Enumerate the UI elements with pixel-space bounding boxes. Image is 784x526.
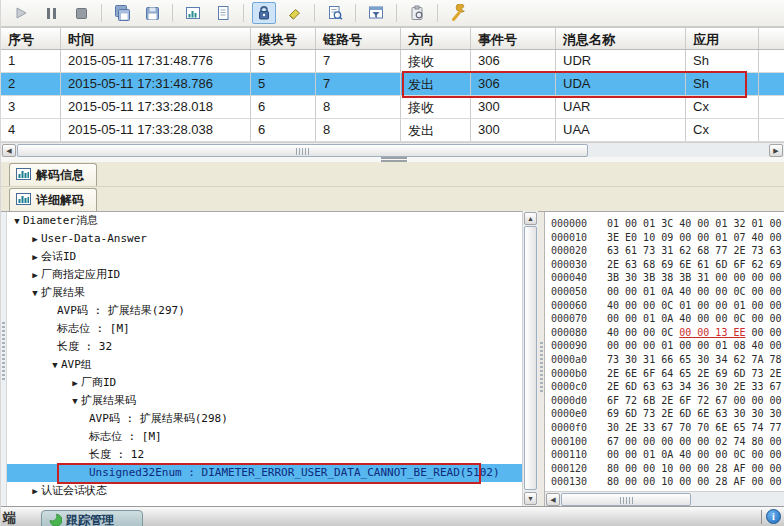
scrollbar-thumb[interactable] [524, 226, 537, 490]
hex-row: 0000c02E 6D 63 63 34 36 30 2E 33 67 70 [551, 380, 784, 394]
hex-row: 0000103E E0 10 09 00 00 01 07 40 00 00 [551, 231, 784, 245]
hex-row: 00002063 61 73 31 62 68 77 2E 73 63 63 [551, 244, 784, 258]
scrollbar-thumb[interactable] [17, 144, 588, 157]
table-row-selected[interactable]: 2 2015-05-11 17:31:48.786 5 7 发出 306 UDA… [1, 73, 784, 96]
tree-item-label: AVP组 [61, 358, 92, 371]
taskbar-tab-trace-management[interactable]: 跟踪管理 [41, 510, 143, 526]
hex-bytes: 00 00 01 0A 40 00 00 0C 00 00 28 [597, 286, 784, 297]
hex-offset: 0000a0 [551, 353, 597, 367]
expand-arrow-icon[interactable]: ▶ [29, 266, 41, 284]
hex-row: 00000001 00 01 3C 40 00 01 32 01 00 00 [551, 217, 784, 231]
expand-arrow-icon[interactable]: ▼ [69, 392, 81, 410]
stop-button[interactable] [69, 2, 93, 24]
message-table: 序号 时间 模块号 链路号 方向 事件号 消息名称 应用 1 2015-05-1… [1, 27, 784, 142]
tree-vertical-scrollbar[interactable]: ▲ ▼ [522, 211, 538, 506]
hex-bytes: 80 00 00 10 00 00 28 AF 00 00 00 [597, 463, 784, 474]
column-header-module[interactable]: 模块号 [251, 28, 316, 49]
hex-row: 0000403B 30 3B 38 3B 31 00 00 00 00 01 [551, 271, 784, 285]
expand-arrow-icon[interactable]: ▶ [29, 482, 41, 500]
tree-item-label: 标志位 : [M] [89, 430, 162, 443]
column-header-filler [759, 28, 784, 49]
tree-item[interactable]: 长度 : 32 [7, 338, 522, 356]
tree-item[interactable]: ▼AVP组 [7, 356, 522, 374]
scroll-down-button[interactable]: ▼ [524, 492, 537, 505]
hex-offset: 000050 [551, 285, 597, 299]
clipboard-icon [408, 4, 426, 22]
tree-item[interactable]: ▶厂商ID [7, 374, 522, 392]
filter-button[interactable] [364, 2, 388, 24]
chart-button[interactable] [181, 2, 205, 24]
hex-row: 0000e069 6D 73 2E 6D 6E 63 30 30 30 2E [551, 407, 784, 421]
column-header-event[interactable]: 事件号 [471, 28, 556, 49]
tree-item[interactable]: AVP码 : 扩展结果(297) [7, 302, 522, 320]
scroll-up-button[interactable]: ▲ [524, 212, 537, 225]
play-button[interactable] [9, 2, 33, 24]
tree-item[interactable]: 长度 : 12 [7, 446, 522, 464]
hex-bytes: 30 2E 33 67 70 70 6E 65 74 77 6F [597, 422, 784, 433]
tree-item[interactable]: ▶认证会话状态 [7, 482, 522, 500]
tree-item[interactable]: ▶厂商指定应用ID [7, 266, 522, 284]
cell-link: 7 [316, 50, 401, 72]
expand-arrow-icon[interactable]: ▼ [11, 212, 23, 230]
column-header-direction[interactable]: 方向 [401, 28, 471, 49]
tree-item[interactable]: ▶会话ID [7, 248, 522, 266]
table-row[interactable]: 3 2015-05-11 17:33:28.018 6 8 接收 300 UAR… [1, 96, 784, 119]
tree-item-selected-error-result[interactable]: Unsigned32Enum : DIAMETER_ERROR_USER_DAT… [7, 464, 522, 482]
column-header-message-name[interactable]: 消息名称 [556, 28, 686, 49]
tree-item[interactable]: ▼Diameter消息 [7, 212, 522, 230]
save-button[interactable] [140, 2, 164, 24]
cell-time: 2015-05-11 17:33:28.018 [61, 96, 251, 118]
table-horizontal-scrollbar[interactable]: ◀ ▶ [1, 142, 784, 157]
hex-offset: 0000d0 [551, 394, 597, 408]
expand-arrow-icon[interactable]: ▶ [69, 374, 81, 392]
tab-decode-info[interactable]: 解码信息 [9, 163, 97, 186]
tree-item[interactable]: 标志位 : [M] [7, 320, 522, 338]
scrollbar-thumb[interactable] [561, 493, 691, 506]
table-row[interactable]: 4 2015-05-11 17:33:28.038 6 8 发出 300 UAA… [1, 119, 784, 142]
tree-item-label: 扩展结果 [41, 286, 85, 299]
column-header-no[interactable]: 序号 [1, 28, 61, 49]
tree-item-label: 长度 : 32 [57, 340, 112, 353]
hex-offset: 000020 [551, 244, 597, 258]
eraser-button[interactable] [282, 2, 306, 24]
hex-offset: 000080 [551, 326, 597, 340]
bottom-taskbar: 端 跟踪管理 i [1, 506, 784, 526]
clipboard-button[interactable] [405, 2, 429, 24]
save-icon [143, 4, 161, 22]
save-multiple-button[interactable] [110, 2, 134, 24]
column-header-app[interactable]: 应用 [686, 28, 759, 49]
column-header-link[interactable]: 链路号 [316, 28, 401, 49]
tree-item[interactable]: 标志位 : [M] [7, 428, 522, 446]
document-button[interactable] [211, 2, 235, 24]
tree-item-label: 会话ID [41, 250, 76, 263]
toolbar-separator [437, 4, 438, 22]
settings-wrench-button[interactable] [446, 2, 470, 24]
expand-arrow-icon[interactable]: ▶ [29, 248, 41, 266]
column-header-time[interactable]: 时间 [61, 28, 251, 49]
info-icon[interactable]: i [766, 509, 781, 524]
expand-arrow-icon[interactable]: ▼ [29, 284, 41, 302]
expand-arrow-icon[interactable]: ▶ [29, 230, 41, 248]
tree-item[interactable]: ▶User-Data-Answer [7, 230, 522, 248]
pause-button[interactable] [39, 2, 63, 24]
table-row[interactable]: 1 2015-05-11 17:31:48.776 5 7 接收 306 UDR… [1, 50, 784, 73]
hex-horizontal-scrollbar[interactable]: ◀ [545, 491, 784, 507]
expand-arrow-icon[interactable]: ▼ [49, 356, 61, 374]
cell-module: 5 [251, 50, 316, 72]
hex-bytes: 00 00 01 0A 40 00 00 0C 00 00 28 [597, 449, 784, 460]
tree-item[interactable]: AVP码 : 扩展结果码(298) [7, 410, 522, 428]
tree-item[interactable]: ▼扩展结果 [7, 284, 522, 302]
scroll-left-button[interactable]: ◀ [2, 144, 16, 157]
scroll-left-button[interactable]: ◀ [546, 493, 560, 506]
tab-detail-decode[interactable]: 详细解码 [9, 188, 97, 211]
hex-row: 00009000 00 00 01 00 00 01 08 40 00 00 [551, 339, 784, 353]
hex-bytes: 3E E0 10 09 00 00 01 07 40 00 00 [597, 232, 784, 243]
lock-button[interactable] [252, 2, 276, 24]
document-search-button[interactable] [323, 2, 347, 24]
scroll-right-button[interactable]: ▶ [769, 144, 783, 157]
toolbar-separator [243, 4, 244, 22]
cell-message-name: UAA [556, 119, 686, 141]
tree-hex-splitter[interactable] [538, 212, 545, 507]
tree-item[interactable]: ▼扩展结果码 [7, 392, 522, 410]
hex-row: 00010067 00 00 00 00 00 02 74 80 00 00 [551, 435, 784, 449]
